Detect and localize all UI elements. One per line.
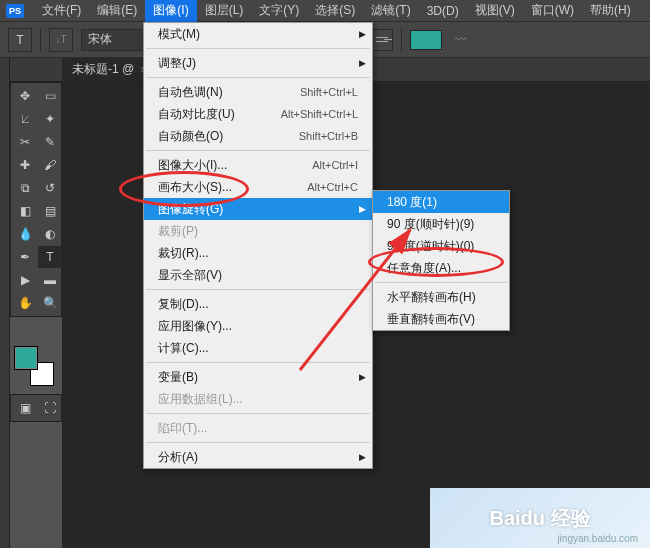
menu-edit[interactable]: 编辑(E) <box>89 0 145 22</box>
type-tool-icon[interactable]: T <box>8 28 32 52</box>
submenu-item[interactable]: 90 度(顺时针)(9) <box>373 213 509 235</box>
menu-item[interactable]: 图像旋转(G)▶ <box>144 198 372 220</box>
menu-select[interactable]: 选择(S) <box>307 0 363 22</box>
menu-item[interactable]: 自动色调(N)Shift+Ctrl+L <box>144 81 372 103</box>
align-right-button[interactable] <box>371 29 393 51</box>
menu-item[interactable]: 分析(A)▶ <box>144 446 372 468</box>
blur-tool-icon[interactable]: 💧 <box>13 223 37 245</box>
orientation-icon[interactable]: ↓T <box>49 28 73 52</box>
document-tab-title: 未标题-1 @ <box>72 61 134 78</box>
menu-item-shortcut: Shift+Ctrl+B <box>299 130 358 142</box>
submenu-item[interactable]: 水平翻转画布(H) <box>373 286 509 308</box>
menu-item[interactable]: 模式(M)▶ <box>144 23 372 45</box>
menu-item-label: 裁剪(P) <box>158 223 358 240</box>
foreground-color-swatch[interactable] <box>14 346 38 370</box>
menubar: PS 文件(F) 编辑(E) 图像(I) 图层(L) 文字(Y) 选择(S) 滤… <box>0 0 650 22</box>
stamp-tool-icon[interactable]: ⧉ <box>13 177 37 199</box>
menu-separator <box>146 442 370 443</box>
menu-item[interactable]: 调整(J)▶ <box>144 52 372 74</box>
dodge-tool-icon[interactable]: ◐ <box>38 223 62 245</box>
menu-item: 陷印(T)... <box>144 417 372 439</box>
watermark-logo: Baidu 经验 <box>489 505 590 532</box>
eraser-tool-icon[interactable]: ◧ <box>13 200 37 222</box>
eyedropper-tool-icon[interactable]: ✎ <box>38 131 62 153</box>
menu-help[interactable]: 帮助(H) <box>582 0 639 22</box>
menu-image[interactable]: 图像(I) <box>145 0 196 22</box>
menu-type[interactable]: 文字(Y) <box>251 0 307 22</box>
watermark: Baidu 经验 jingyan.baidu.com <box>430 488 650 548</box>
menu-item-label: 自动颜色(O) <box>158 128 299 145</box>
menu-item-label: 图像旋转(G) <box>158 201 358 218</box>
lasso-tool-icon[interactable]: ⟀ <box>13 108 37 130</box>
menu-file[interactable]: 文件(F) <box>34 0 89 22</box>
menu-item[interactable]: 自动颜色(O)Shift+Ctrl+B <box>144 125 372 147</box>
menu-item-label: 自动色调(N) <box>158 84 300 101</box>
menu-item[interactable]: 变量(B)▶ <box>144 366 372 388</box>
menu-item[interactable]: 应用图像(Y)... <box>144 315 372 337</box>
submenu-item-label: 水平翻转画布(H) <box>387 289 495 306</box>
color-swatches <box>10 340 62 388</box>
menu-item: 裁剪(P) <box>144 220 372 242</box>
menu-item: 应用数据组(L)... <box>144 388 372 410</box>
menu-separator <box>146 48 370 49</box>
toolbox-footer: ▣ ⛶ <box>10 394 62 422</box>
font-family-label: 宋体 <box>88 31 112 48</box>
menu-item-shortcut: Shift+Ctrl+L <box>300 86 358 98</box>
toolbox: ✥ ▭ ⟀ ✦ ✂ ✎ ✚ 🖌 ⧉ ↺ ◧ ▤ 💧 ◐ ✒ T ▶ ▬ ✋ 🔍 <box>10 82 62 317</box>
marquee-tool-icon[interactable]: ▭ <box>38 85 62 107</box>
submenu-item[interactable]: 180 度(1) <box>373 191 509 213</box>
menu-view[interactable]: 视图(V) <box>467 0 523 22</box>
screenmode-icon[interactable]: ⛶ <box>38 397 62 419</box>
menu-filter[interactable]: 滤镜(T) <box>363 0 418 22</box>
submenu-item[interactable]: 90 度(逆时针)(0) <box>373 235 509 257</box>
menu-item[interactable]: 复制(D)... <box>144 293 372 315</box>
submenu-arrow-icon: ▶ <box>359 372 366 382</box>
menu-item[interactable]: 计算(C)... <box>144 337 372 359</box>
path-select-tool-icon[interactable]: ▶ <box>13 269 37 291</box>
crop-tool-icon[interactable]: ✂ <box>13 131 37 153</box>
menu-separator <box>146 289 370 290</box>
menu-item[interactable]: 图像大小(I)...Alt+Ctrl+I <box>144 154 372 176</box>
menu-separator <box>375 282 507 283</box>
zoom-tool-icon[interactable]: 🔍 <box>38 292 62 314</box>
brush-tool-icon[interactable]: 🖌 <box>38 154 62 176</box>
menu-item[interactable]: 自动对比度(U)Alt+Shift+Ctrl+L <box>144 103 372 125</box>
warp-text-icon[interactable]: 〰 <box>450 29 472 51</box>
menu-item-label: 裁切(R)... <box>158 245 358 262</box>
menu-item-label: 应用图像(Y)... <box>158 318 358 335</box>
submenu-item[interactable]: 任意角度(A)... <box>373 257 509 279</box>
menu-item-label: 变量(B) <box>158 369 358 386</box>
type-tool-icon[interactable]: T <box>38 246 62 268</box>
menu-item-shortcut: Alt+Ctrl+C <box>307 181 358 193</box>
menu-item[interactable]: 画布大小(S)...Alt+Ctrl+C <box>144 176 372 198</box>
left-panel-strip <box>0 58 10 548</box>
text-color-swatch[interactable] <box>410 30 442 50</box>
gradient-tool-icon[interactable]: ▤ <box>38 200 62 222</box>
submenu-arrow-icon: ▶ <box>359 452 366 462</box>
rotate-submenu: 180 度(1)90 度(顺时针)(9)90 度(逆时针)(0)任意角度(A).… <box>372 190 510 331</box>
heal-tool-icon[interactable]: ✚ <box>13 154 37 176</box>
submenu-item[interactable]: 垂直翻转画布(V) <box>373 308 509 330</box>
menu-item-label: 分析(A) <box>158 449 358 466</box>
menu-item-label: 计算(C)... <box>158 340 358 357</box>
magic-wand-tool-icon[interactable]: ✦ <box>38 108 62 130</box>
menu-window[interactable]: 窗口(W) <box>523 0 582 22</box>
menu-item[interactable]: 裁切(R)... <box>144 242 372 264</box>
menu-item-label: 复制(D)... <box>158 296 358 313</box>
menu-item-label: 自动对比度(U) <box>158 106 281 123</box>
pen-tool-icon[interactable]: ✒ <box>13 246 37 268</box>
quickmask-icon[interactable]: ▣ <box>13 397 37 419</box>
menu-item[interactable]: 显示全部(V) <box>144 264 372 286</box>
history-brush-tool-icon[interactable]: ↺ <box>38 177 62 199</box>
separator <box>401 28 402 52</box>
menu-3d[interactable]: 3D(D) <box>419 0 467 22</box>
menu-separator <box>146 362 370 363</box>
move-tool-icon[interactable]: ✥ <box>13 85 37 107</box>
shape-tool-icon[interactable]: ▬ <box>38 269 62 291</box>
hand-tool-icon[interactable]: ✋ <box>13 292 37 314</box>
menu-item-label: 调整(J) <box>158 55 358 72</box>
menu-layer[interactable]: 图层(L) <box>197 0 252 22</box>
menu-separator <box>146 150 370 151</box>
separator <box>40 28 41 52</box>
submenu-arrow-icon: ▶ <box>359 29 366 39</box>
